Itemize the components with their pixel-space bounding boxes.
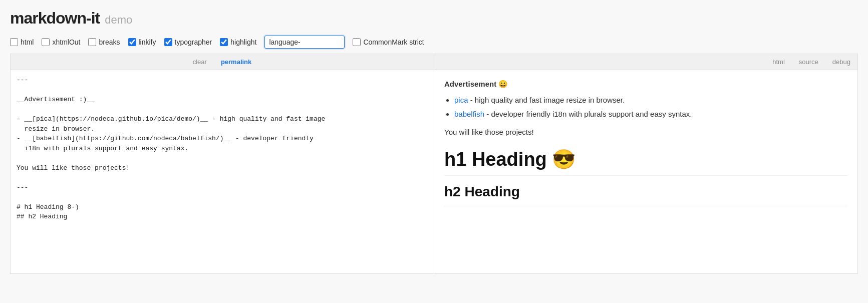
checkbox-commonmark[interactable]: [353, 38, 361, 46]
checkbox-html[interactable]: [10, 38, 18, 46]
checkbox-breaks[interactable]: [88, 38, 96, 46]
option-breaks[interactable]: breaks: [88, 38, 120, 46]
option-highlight-label: highlight: [230, 38, 256, 46]
list-item-babelfish: babelfish - developer friendly i18n with…: [454, 108, 847, 120]
option-typographer-label: typographer: [175, 38, 212, 46]
page-wrapper: markdown-it demo html xhtmlOut breaks li…: [0, 0, 868, 274]
option-linkify[interactable]: linkify: [128, 38, 156, 46]
pica-description: - high quality and fast image resize in …: [468, 96, 625, 104]
option-xhtmlout-label: xhtmlOut: [52, 38, 80, 46]
options-bar: html xhtmlOut breaks linkify typographer…: [10, 36, 858, 49]
preview-h1: h1 Heading 😎: [444, 148, 847, 176]
you-will-text: You will like those projects!: [444, 126, 847, 138]
preview-tabs: html source debug: [434, 54, 857, 70]
ad-section: Advertisement 😀 pica - high quality and …: [444, 78, 847, 138]
option-commonmark-label: CommonMark strict: [363, 38, 424, 46]
preview-content: Advertisement 😀 pica - high quality and …: [434, 70, 857, 273]
option-xhtmlout[interactable]: xhtmlOut: [42, 38, 80, 46]
preview-panel: html source debug Advertisement 😀 pica -…: [434, 54, 858, 274]
list-item-pica: pica - high quality and fast image resiz…: [454, 94, 847, 106]
tab-source[interactable]: source: [797, 57, 820, 67]
main-area: clear permalink --- __Advertisement :)__…: [10, 54, 858, 274]
app-title: markdown-it: [10, 9, 100, 28]
header: markdown-it demo: [10, 9, 858, 28]
checkbox-linkify[interactable]: [128, 38, 136, 46]
babelfish-description: - developer friendly i18n with plurals s…: [484, 110, 692, 118]
link-pica[interactable]: pica: [454, 96, 468, 104]
option-html-label: html: [21, 38, 34, 46]
option-html[interactable]: html: [10, 38, 34, 46]
checkbox-highlight[interactable]: [220, 38, 228, 46]
editor-tabs: clear permalink: [11, 54, 434, 70]
app-subtitle: demo: [105, 14, 132, 27]
option-commonmark[interactable]: CommonMark strict: [353, 38, 424, 46]
editor-textarea[interactable]: --- __Advertisement :)__ - __[pica](http…: [11, 70, 434, 273]
tab-debug[interactable]: debug: [830, 57, 852, 67]
ad-title: Advertisement 😀: [444, 78, 847, 90]
link-babelfish[interactable]: babelfish: [454, 110, 484, 118]
option-linkify-label: linkify: [139, 38, 156, 46]
checkbox-typographer[interactable]: [164, 38, 172, 46]
preview-list: pica - high quality and fast image resiz…: [454, 94, 847, 120]
editor-panel: clear permalink --- __Advertisement :)__…: [10, 54, 434, 274]
tab-html[interactable]: html: [770, 57, 787, 67]
language-input[interactable]: [264, 36, 345, 49]
option-breaks-label: breaks: [99, 38, 120, 46]
tab-permalink[interactable]: permalink: [219, 57, 253, 67]
option-typographer[interactable]: typographer: [164, 38, 212, 46]
option-highlight[interactable]: highlight: [220, 38, 256, 46]
checkbox-xhtmlout[interactable]: [42, 38, 50, 46]
tab-clear[interactable]: clear: [191, 57, 209, 67]
preview-h2: h2 Heading: [444, 181, 847, 207]
